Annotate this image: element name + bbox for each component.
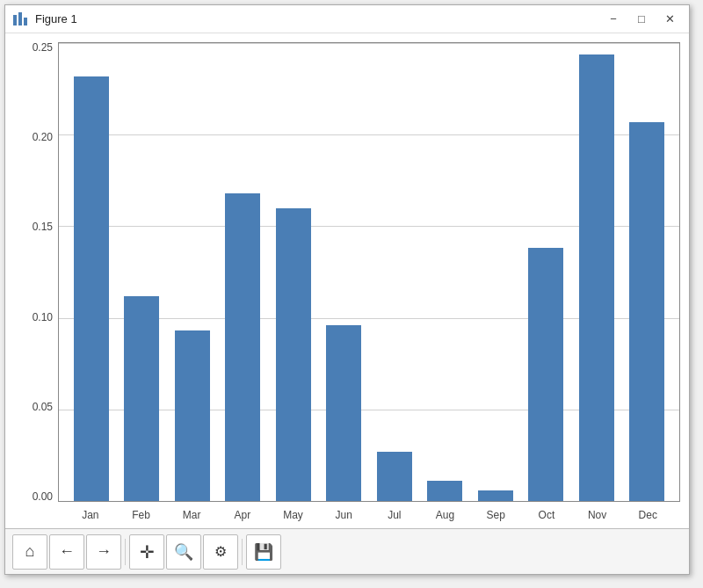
x-axis-label: Jul [371, 502, 418, 528]
bar [629, 122, 664, 501]
home-button[interactable]: ⌂ [12, 534, 47, 570]
window-icon [12, 11, 30, 28]
zoom-button[interactable]: 🔍 [166, 534, 201, 570]
home-icon: ⌂ [25, 542, 35, 561]
x-axis-label: Aug [422, 502, 469, 528]
bar-group [270, 43, 317, 501]
bar-group [472, 43, 519, 501]
bar [74, 76, 109, 501]
chart-area: 0.250.200.150.100.050.00 JanFebMarAprMay… [5, 33, 689, 528]
grid-line [59, 501, 679, 502]
bar-group [68, 43, 115, 501]
main-window: Figure 1 − □ ✕ 0.250.200.150.100.050.00 … [4, 4, 690, 575]
bars-row [59, 43, 679, 501]
x-axis-label: Dec [624, 502, 671, 528]
x-axis-label: Apr [219, 502, 266, 528]
toolbar: ⌂ ← → ✛ 🔍 ⚙ 💾 [5, 528, 689, 574]
y-axis-label: 0.25 [33, 42, 53, 53]
y-axis-label: 0.00 [33, 491, 53, 502]
settings-button[interactable]: ⚙ [203, 534, 238, 570]
save-icon: 💾 [254, 542, 273, 562]
chart-container: 0.250.200.150.100.050.00 JanFebMarAprMay… [14, 42, 680, 528]
bar [427, 481, 462, 501]
bar-group [523, 43, 570, 501]
bar [478, 490, 513, 502]
window-controls: − □ ✕ [601, 10, 682, 29]
y-axis-label: 0.05 [33, 402, 53, 412]
back-icon: ← [59, 542, 75, 561]
x-axis-label: Sep [472, 502, 519, 528]
bar-group [371, 43, 418, 501]
x-axis-label: Oct [523, 502, 570, 528]
close-button[interactable]: ✕ [657, 10, 682, 29]
zoom-icon: 🔍 [174, 542, 193, 562]
bar [579, 54, 614, 501]
y-axis-label: 0.10 [33, 312, 53, 323]
svg-rect-0 [13, 15, 17, 25]
title-bar: Figure 1 − □ ✕ [5, 5, 689, 33]
bar-group [624, 43, 671, 501]
y-axis-label: 0.15 [33, 221, 53, 232]
minimize-button[interactable]: − [601, 10, 626, 29]
x-axis-label: Nov [574, 502, 621, 528]
bar-group [422, 43, 469, 501]
x-axis-label: Mar [168, 502, 215, 528]
pan-button[interactable]: ✛ [129, 534, 164, 570]
bar [124, 296, 159, 501]
pan-icon: ✛ [140, 541, 155, 563]
settings-icon: ⚙ [214, 543, 227, 560]
bar-group [119, 43, 166, 501]
x-axis-label: Jan [67, 502, 114, 528]
svg-rect-2 [24, 18, 27, 25]
x-axis-label: May [270, 502, 317, 528]
toolbar-separator-2 [242, 539, 243, 565]
toolbar-separator-1 [125, 539, 126, 565]
bar-group [220, 43, 267, 501]
forward-icon: → [96, 542, 112, 561]
window-title: Figure 1 [35, 12, 601, 25]
plot-area: JanFebMarAprMayJunJulAugSepOctNovDec [58, 42, 680, 528]
bar [225, 193, 260, 501]
y-axis: 0.250.200.150.100.050.00 [14, 42, 58, 528]
maximize-button[interactable]: □ [629, 10, 654, 29]
bar [276, 208, 311, 501]
back-button[interactable]: ← [49, 534, 84, 570]
forward-button[interactable]: → [86, 534, 121, 570]
x-axis: JanFebMarAprMayJunJulAugSepOctNovDec [58, 502, 680, 528]
svg-rect-1 [18, 12, 22, 25]
bar-group [169, 43, 216, 501]
bars-grid [58, 42, 680, 502]
bar-group [321, 43, 368, 501]
save-button[interactable]: 💾 [246, 534, 281, 570]
bar-group [573, 43, 620, 501]
bar [175, 330, 210, 501]
y-axis-label: 0.20 [33, 132, 53, 142]
bar [377, 452, 412, 501]
x-axis-label: Jun [320, 502, 367, 528]
bar [326, 325, 361, 501]
x-axis-label: Feb [118, 502, 165, 528]
bar [528, 248, 563, 501]
